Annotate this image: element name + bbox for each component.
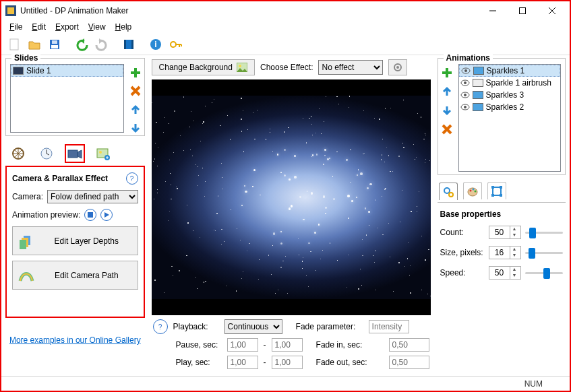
animations-list[interactable]: Sparkles 1Sparkle 1 airbrushSparkles 3Sp… [458, 64, 561, 172]
dash: - [264, 340, 266, 350]
help-icon[interactable]: ? [126, 172, 138, 185]
preview-stop-button[interactable] [84, 209, 96, 221]
move-animation-down-button[interactable] [440, 103, 454, 118]
slide-row[interactable]: Slide 1 [11, 65, 123, 77]
center-panel: Change Background Choose Effect: No effe… [149, 55, 433, 376]
base-properties-panel: Base properties Count: ▲▼ Size, pixels: … [438, 202, 566, 293]
effect-settings-button[interactable] [388, 59, 407, 75]
undo-button[interactable] [73, 36, 90, 53]
animation-row[interactable]: Sparkles 2 [459, 101, 560, 113]
gear-icon [392, 62, 403, 73]
fade-out-input[interactable] [389, 356, 429, 369]
slide-thumb-icon [13, 67, 24, 75]
svg-rect-12 [131, 40, 133, 49]
tab-image-add[interactable] [93, 144, 113, 163]
maximize-button[interactable] [508, 1, 537, 20]
visibility-icon[interactable] [460, 79, 470, 86]
visibility-icon[interactable] [460, 104, 470, 110]
change-background-label: Change Background [159, 63, 233, 72]
menu-view[interactable]: View [84, 21, 110, 33]
info-button[interactable]: i [147, 36, 164, 53]
delete-slide-button[interactable] [128, 84, 143, 99]
svg-point-44 [464, 94, 467, 96]
pause-to-input[interactable] [272, 338, 303, 352]
tab-base-props[interactable] [439, 183, 458, 200]
fade-param-label: Fade parameter: [296, 322, 363, 331]
close-button[interactable] [537, 1, 567, 20]
animation-label: Sparkles 1 [487, 66, 525, 75]
playback-help-icon[interactable]: ? [153, 319, 168, 334]
svg-point-15 [171, 42, 176, 47]
base-props-title: Base properties [440, 209, 563, 219]
tab-clock[interactable] [36, 144, 57, 163]
speed-spinner[interactable]: ▲▼ [489, 266, 521, 280]
export-video-button[interactable] [120, 36, 138, 53]
menu-export[interactable]: Export [51, 21, 83, 33]
animation-label: Sparkle 1 airbrush [486, 78, 551, 88]
change-background-button[interactable]: Change Background [152, 59, 255, 75]
svg-point-29 [99, 151, 102, 154]
pause-from-input[interactable] [227, 338, 258, 352]
count-spinner[interactable]: ▲▼ [489, 226, 521, 239]
menu-edit[interactable]: Edit [28, 21, 50, 33]
open-button[interactable] [26, 36, 43, 53]
fade-in-input[interactable] [389, 338, 429, 352]
menu-help[interactable]: Help [111, 21, 136, 33]
play-to-input[interactable] [272, 356, 303, 369]
slides-list[interactable]: Slide 1 [10, 64, 124, 133]
playback-mode-select[interactable]: Continuous [224, 319, 282, 334]
tab-camera[interactable] [65, 144, 85, 163]
preview-play-button[interactable] [100, 209, 113, 221]
menu-file[interactable]: File [5, 21, 26, 33]
move-animation-up-button[interactable] [440, 84, 454, 99]
edit-layer-depths-button[interactable]: Edit Layer Depths [12, 226, 138, 255]
animation-row[interactable]: Sparkle 1 airbrush [459, 77, 560, 89]
visibility-icon[interactable] [460, 92, 470, 98]
minimize-button[interactable] [478, 1, 508, 20]
tab-color-props[interactable] [463, 182, 482, 199]
tab-bounds-props[interactable] [487, 182, 506, 199]
app-icon [5, 5, 16, 16]
tab-wheel[interactable] [8, 144, 28, 163]
effect-select[interactable]: No effect [318, 60, 383, 75]
animation-row[interactable]: Sparkles 3 [459, 89, 560, 101]
size-input[interactable] [489, 248, 510, 257]
layers-icon [18, 233, 34, 249]
key-button[interactable] [167, 36, 185, 53]
save-button[interactable] [46, 36, 63, 53]
edit-camera-path-label: Edit Camera Path [41, 271, 132, 280]
size-label: Size, pixels: [440, 248, 485, 257]
move-slide-down-button[interactable] [128, 121, 143, 136]
animations-fieldset: Animations Sparkles 1Sparkle 1 airbrushS… [438, 58, 566, 175]
fade-param-input[interactable] [369, 320, 409, 333]
speed-input[interactable] [489, 268, 510, 277]
add-animation-button[interactable] [440, 65, 454, 80]
visibility-icon[interactable] [461, 67, 471, 74]
delete-animation-button[interactable] [440, 122, 454, 137]
animations-side-buttons [438, 59, 456, 174]
new-button[interactable] [5, 36, 23, 53]
size-spinner[interactable]: ▲▼ [489, 246, 521, 259]
animation-row[interactable]: Sparkles 1 [459, 65, 560, 77]
count-input[interactable] [489, 228, 510, 237]
gallery-link[interactable]: More examples in our Online Gallery [5, 335, 145, 345]
play-from-input[interactable] [227, 356, 258, 369]
redo-button[interactable] [93, 36, 111, 53]
property-tabs [438, 179, 566, 202]
gears-icon [443, 187, 454, 197]
edit-camera-path-button[interactable]: Edit Camera Path [12, 261, 138, 290]
slides-legend: Slides [11, 53, 40, 63]
svg-point-38 [396, 66, 399, 69]
edit-layer-depths-label: Edit Layer Depths [41, 236, 132, 246]
count-slider[interactable] [525, 226, 563, 238]
svg-rect-55 [500, 186, 502, 189]
move-slide-up-button[interactable] [128, 102, 143, 117]
speed-slider[interactable] [525, 267, 563, 279]
pause-label: Pause, sec: [176, 340, 222, 350]
add-slide-button[interactable] [128, 65, 143, 80]
preview-canvas[interactable] [152, 79, 431, 315]
layer-icon [473, 91, 483, 99]
camera-select[interactable]: Folow defined path [47, 190, 138, 203]
slide-label: Slide 1 [26, 66, 51, 75]
size-slider[interactable] [525, 247, 563, 259]
